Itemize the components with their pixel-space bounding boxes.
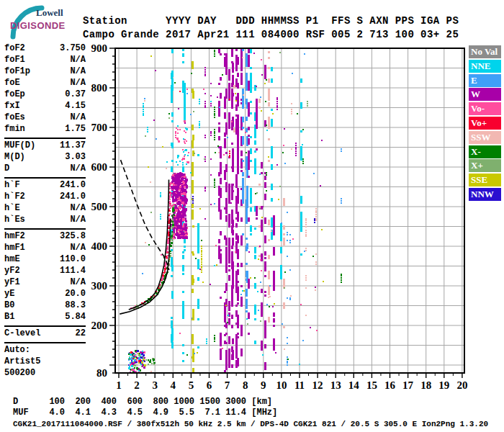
svg-text:20: 20 [456, 379, 467, 391]
legend-item: NNW [469, 188, 501, 201]
legend-item: W [469, 88, 501, 101]
svg-text:5: 5 [189, 379, 194, 391]
svg-text:9: 9 [261, 379, 266, 391]
legend-item: NNE [469, 60, 501, 73]
svg-text:4: 4 [171, 379, 176, 391]
muf-row: MUF 4.0 4.1 4.3 4.5 4.9 5.5 7.1 11.4 [MH… [13, 408, 277, 418]
legend-item: Vo- [469, 102, 501, 115]
svg-text:1: 1 [116, 379, 122, 391]
svg-text:500: 500 [91, 201, 108, 212]
legend-item: SSE [469, 174, 501, 186]
svg-text:800: 800 [91, 82, 108, 94]
legend-item: E [469, 74, 501, 87]
svg-text:2: 2 [134, 379, 140, 391]
svg-text:18: 18 [420, 379, 431, 391]
ionogram-plot: 9008007006005004003002008012345678910111… [0, 0, 504, 432]
svg-text:13: 13 [330, 379, 341, 391]
svg-text:700: 700 [91, 122, 108, 133]
svg-text:16: 16 [384, 379, 396, 391]
svg-text:80: 80 [96, 367, 107, 379]
legend-item: X- [469, 145, 501, 158]
legend-item: No Val [469, 45, 501, 58]
svg-text:19: 19 [438, 379, 449, 391]
svg-text:11: 11 [294, 379, 305, 391]
svg-text:12: 12 [312, 379, 323, 391]
svg-text:200: 200 [91, 320, 108, 331]
svg-text:3: 3 [152, 379, 158, 391]
svg-text:900: 900 [91, 42, 108, 54]
distance-row: D 100 200 400 600 800 1000 1500 3000 [km… [13, 397, 272, 407]
svg-text:8: 8 [243, 379, 248, 391]
legend-item: X+ [469, 159, 501, 172]
legend-item: Vo+ [469, 117, 501, 130]
svg-text:15: 15 [366, 379, 377, 391]
svg-text:14: 14 [348, 379, 360, 391]
svg-text:600: 600 [91, 161, 108, 173]
velocity-legend: No ValNNEEWVo-Vo+SSWX-X+SSENNW [469, 45, 502, 202]
ionogram-page: Lowell DIGISONDE Station YYYY DAY DDD HH… [0, 0, 504, 432]
svg-text:300: 300 [91, 280, 108, 292]
svg-text:7: 7 [225, 379, 230, 391]
svg-text:10: 10 [276, 379, 287, 391]
legend-item: SSW [469, 131, 501, 144]
svg-text:6: 6 [207, 379, 212, 391]
file-info-row: CGK21_2017111084000.RSF / 380fx512h 50 k… [13, 420, 488, 428]
svg-text:400: 400 [91, 240, 108, 252]
svg-text:17: 17 [402, 379, 414, 391]
